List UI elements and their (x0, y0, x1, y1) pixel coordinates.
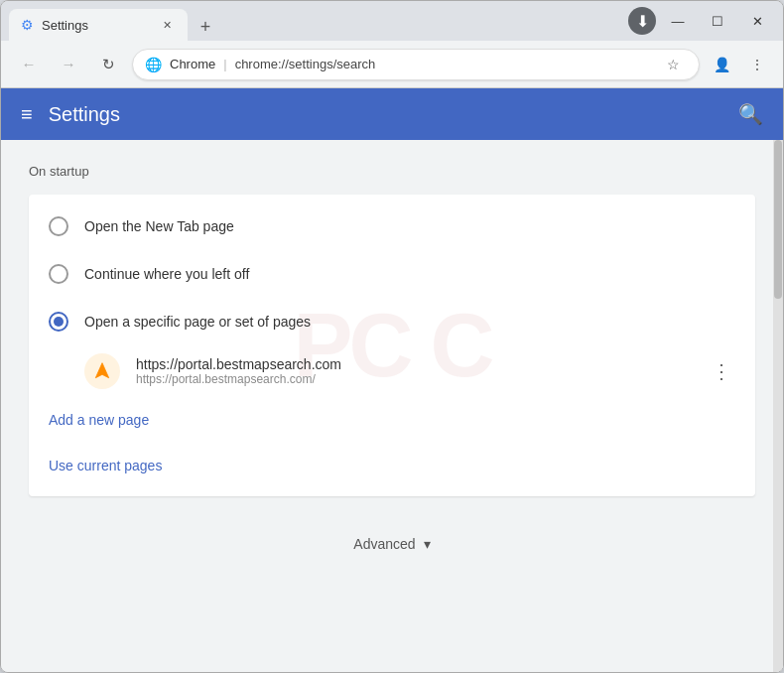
minimize-button[interactable]: — (660, 7, 696, 35)
download-indicator[interactable]: ⬇ (628, 7, 656, 35)
bookmark-button[interactable]: ☆ (659, 51, 687, 78)
forward-button[interactable]: → (53, 49, 84, 80)
more-button[interactable]: ⋮ (743, 51, 771, 78)
advanced-section[interactable]: Advanced ▾ (29, 520, 755, 568)
navigation-icon (92, 361, 112, 381)
address-bar: ← → ↻ 🌐 Chrome | chrome://settings/searc… (1, 41, 783, 88)
add-page-button[interactable]: Add a new page (29, 397, 755, 443)
radio-circle-3 (49, 312, 68, 332)
radio-label-1: Open the New Tab page (84, 218, 234, 234)
title-bar: ⚙ Settings ✕ + ⬇ — ☐ ✕ (1, 1, 783, 41)
active-tab[interactable]: ⚙ Settings ✕ (9, 9, 188, 41)
settings-header: ≡ Settings 🔍 (1, 88, 783, 140)
advanced-arrow-icon: ▾ (424, 536, 431, 552)
section-title: On startup (29, 164, 755, 179)
startup-card: PC C Open the New Tab page Continue wher… (29, 195, 755, 496)
radio-label-2: Continue where you left off (84, 266, 249, 282)
radio-option-2[interactable]: Continue where you left off (29, 250, 755, 298)
address-separator: | (223, 57, 226, 71)
settings-body: On startup PC C Open the New Tab page Co… (1, 140, 783, 672)
address-url: chrome://settings/search (235, 57, 651, 71)
settings-header-left: ≡ Settings (21, 103, 120, 126)
scrollbar-thumb[interactable] (774, 140, 782, 299)
add-page-label: Add a new page (49, 412, 149, 428)
close-button[interactable]: ✕ (739, 7, 775, 35)
refresh-button[interactable]: ↻ (92, 49, 124, 80)
new-tab-button[interactable]: + (192, 13, 219, 41)
radio-circle-1 (49, 216, 68, 236)
radio-circle-2 (49, 264, 68, 284)
radio-option-1[interactable]: Open the New Tab page (29, 202, 755, 250)
download-icon: ⬇ (636, 12, 649, 31)
url-details: https://portal.bestmapsearch.com https:/… (136, 356, 692, 386)
url-entry: https://portal.bestmapsearch.com https:/… (29, 345, 755, 397)
chrome-icon: 🌐 (145, 57, 162, 72)
back-button[interactable]: ← (13, 49, 45, 80)
advanced-label: Advanced (353, 536, 415, 552)
window-controls: ⬇ — ☐ ✕ (628, 7, 775, 35)
url-primary: https://portal.bestmapsearch.com (136, 356, 692, 372)
tab-close-button[interactable]: ✕ (158, 16, 176, 34)
settings-title: Settings (49, 103, 120, 126)
radio-option-3[interactable]: Open a specific page or set of pages (29, 298, 755, 345)
content-area: On startup PC C Open the New Tab page Co… (1, 140, 783, 672)
url-secondary: https://portal.bestmapsearch.com/ (136, 372, 692, 386)
scrollbar[interactable] (773, 140, 783, 672)
maximize-button[interactable]: ☐ (700, 7, 735, 35)
tabs-area: ⚙ Settings ✕ + (9, 1, 628, 41)
use-current-pages-button[interactable]: Use current pages (29, 443, 755, 488)
url-site-icon (84, 353, 120, 389)
use-current-pages-label: Use current pages (49, 458, 162, 473)
tab-favicon: ⚙ (21, 17, 34, 33)
site-name: Chrome (170, 57, 215, 71)
tab-title: Settings (42, 18, 150, 33)
browser-window: ⚙ Settings ✕ + ⬇ — ☐ ✕ ← → ↻ 🌐 Chrome | … (0, 0, 784, 673)
svg-marker-0 (95, 363, 108, 378)
address-field[interactable]: 🌐 Chrome | chrome://settings/search ☆ (132, 49, 700, 80)
address-actions: ☆ (659, 51, 687, 78)
hamburger-menu[interactable]: ≡ (21, 103, 33, 126)
url-menu-button[interactable]: ⋮ (708, 355, 735, 387)
radio-label-3: Open a specific page or set of pages (84, 314, 311, 330)
profile-button[interactable]: 👤 (708, 51, 735, 78)
header-search-icon[interactable]: 🔍 (738, 102, 763, 126)
